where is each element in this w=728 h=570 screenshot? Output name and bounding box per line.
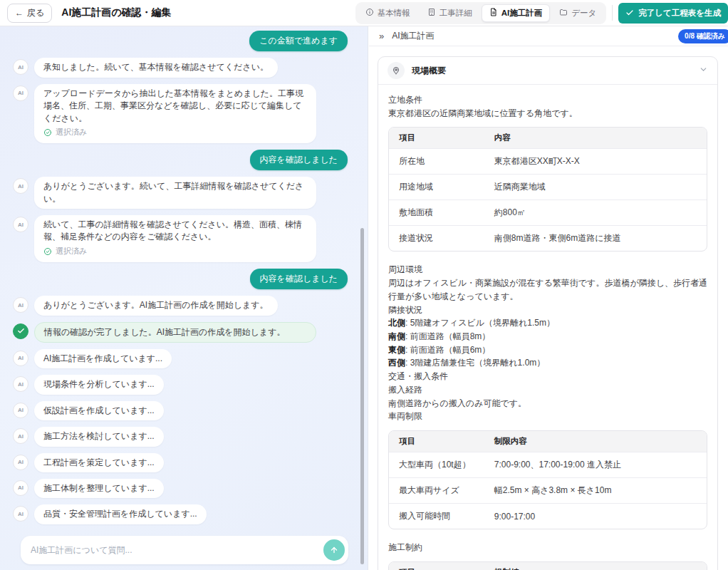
ai-avatar: AI [13, 297, 28, 313]
text-line: 交通・搬入条件 [388, 370, 707, 383]
ai-message-text: 品質・安全管理計画を作成しています... [43, 508, 197, 520]
chat-message-ai: AI 品質・安全管理計画を作成しています... [13, 504, 348, 524]
check-circle-icon [43, 247, 52, 256]
back-button-label: 戻る [27, 7, 44, 19]
ai-avatar: AI [13, 86, 28, 101]
text-line: 東京都港区の近隣商業地域に位置する角地です。 [388, 107, 707, 120]
data-table: 項目内容 所在地東京都港区XX町X-X-X用途地域近隣商業地域敷地面積約800㎡… [388, 127, 707, 252]
map-pin-icon [388, 62, 405, 79]
ai-avatar: AI [13, 506, 28, 522]
text-line: 隣接状況 [388, 304, 707, 317]
step-tab-2[interactable]: 工事詳細 [420, 4, 480, 22]
ai-message-text: アップロードデータから抽出した基本情報をまとめました。工事現場名、住所、工期、事… [43, 88, 307, 125]
table-row: 所在地東京都港区XX町X-X-X [389, 148, 707, 174]
chat-message-ai: AI ありがとうございます。続いて、工事詳細情報を確認させてください。 [13, 177, 348, 209]
user-message-bubble: この金額で進めます [249, 31, 348, 51]
back-button[interactable]: ← 戻る [7, 4, 52, 23]
check-icon [625, 9, 634, 17]
ai-message-bubble: ありがとうございます。AI施工計画の作成を開始します。 [34, 296, 278, 315]
table-row: 用途地域近隣商業地域 [389, 174, 707, 200]
ai-message-bubble: 施工方法を検討しています... [34, 427, 164, 446]
text-line: 搬入経路 [388, 383, 707, 397]
text-block: 立地条件東京都港区の近隣商業地域に位置する角地です。 [388, 93, 707, 120]
ai-message-bubble: AI施工計画を作成しています... [34, 349, 172, 368]
step-tab-4[interactable]: データ [551, 4, 604, 22]
step-tab-3[interactable]: AI施工計画 [482, 4, 551, 22]
page-title: AI施工計画の確認・編集 [61, 6, 171, 19]
chat-input-bar [21, 536, 348, 564]
selected-status: 選択済み [43, 246, 307, 257]
chat-message-ai: AI 承知しました。続いて、基本情報を確認させてください。 [13, 58, 348, 77]
step-tab-label: 工事詳細 [440, 8, 472, 19]
ai-message-text: 施工体制を整理しています... [43, 482, 155, 494]
table-row: 搬入可能時間9:00-17:00 [389, 503, 707, 529]
preview-panel: » AI施工計画 0/8 確認済み 現場概要 立地条件東京都港区の近隣商業地域に… [369, 26, 728, 570]
ai-avatar: AI [13, 480, 28, 496]
ai-avatar: AI [13, 376, 28, 392]
complete-generate-button[interactable]: 完了して工程表を生成 [618, 3, 728, 24]
ai-message-text: 承知しました。続いて、基本情報を確認させてください。 [43, 61, 269, 73]
arrow-up-icon [329, 545, 339, 555]
chat-message-user: この金額で進めます [13, 31, 348, 51]
ai-avatar: AI [13, 428, 28, 444]
table-row: 敷地面積約800㎡ [389, 200, 707, 225]
success-check-icon [13, 323, 28, 339]
preview-header: » AI施工計画 0/8 確認済み [369, 26, 728, 46]
check-circle-icon [43, 128, 52, 137]
back-arrow-icon: ← [15, 9, 24, 17]
chat-panel: この金額で進めます AI 承知しました。続いて、基本情報を確認させてください。 … [0, 26, 368, 570]
text-line: 南側道路からの搬入のみ可能です。 [388, 397, 707, 410]
table-header-row: 項目内容 [389, 128, 707, 148]
text-block: 周辺環境周辺はオフィスビル・商業施設が混在する繁華街です。歩道橋が隣接し、歩行者… [388, 263, 707, 423]
ai-message-text: 現場条件を分析しています... [43, 378, 155, 390]
site-overview-card: 現場概要 立地条件東京都港区の近隣商業地域に位置する角地です。 項目内容 所在地… [378, 56, 718, 570]
card-title: 現場概要 [412, 65, 692, 77]
step-tab-label: 基本情報 [378, 8, 410, 19]
ai-message-bubble: 仮設計画を作成しています... [34, 401, 164, 420]
step-tab-label: AI施工計画 [501, 8, 543, 19]
selected-status-label: 選択済み [56, 127, 87, 138]
header-divider [612, 5, 613, 21]
document-icon [489, 8, 498, 18]
ai-message-bubble: アップロードデータから抽出した基本情報をまとめました。工事現場名、住所、工期、事… [34, 84, 316, 143]
complete-generate-label: 完了して工程表を生成 [638, 8, 721, 19]
chat-message-ai: AI 施工方法を検討しています... [13, 427, 348, 446]
app-window: ← 戻る AI施工計画の確認・編集 基本情報 工事詳細 AI施工計画 データ 完… [0, 0, 728, 570]
ai-message-text: 工程計画を策定しています... [43, 457, 155, 469]
ai-message-text: 仮設計画を作成しています... [43, 405, 155, 417]
send-button[interactable] [323, 539, 345, 561]
text-line: 東側: 前面道路（幅員6m） [388, 343, 707, 357]
chat-message-ai: AI 仮設計画を作成しています... [13, 401, 348, 420]
text-line: 北側: 5階建オフィスビル（境界離れ1.5m） [388, 316, 707, 330]
table-header-row: 項目制限内容 [389, 431, 707, 452]
text-line: 立地条件 [388, 93, 707, 107]
step-tab-1[interactable]: 基本情報 [358, 4, 418, 22]
table-row: 最大車両サイズ幅2.5m × 高さ3.8m × 長さ10m [389, 477, 707, 503]
table-header-row: 項目規制値 [389, 562, 707, 570]
selected-status-label: 選択済み [56, 246, 87, 257]
chat-message-ai: AI ありがとうございます。AI施工計画の作成を開始します。 [13, 296, 348, 315]
step-tab-label: データ [571, 8, 596, 19]
ai-message-bubble: 品質・安全管理計画を作成しています... [34, 504, 207, 524]
selected-status: 選択済み [43, 127, 307, 138]
ai-message-bubble: ありがとうございます。続いて、工事詳細情報を確認させてください。 [34, 177, 316, 209]
chat-input[interactable] [31, 545, 323, 555]
chevron-down-icon[interactable] [699, 64, 708, 77]
text-line: 車両制限 [388, 410, 707, 423]
building-icon [427, 8, 436, 18]
chat-message-success: 情報の確認が完了しました。AI施工計画の作成を開始します。 [13, 322, 348, 343]
user-message-bubble: 内容を確認しました [250, 150, 348, 170]
chat-scrollbar[interactable] [360, 228, 364, 564]
ai-avatar: AI [13, 217, 28, 232]
table-row: 大型車両（10t超）7:00-9:00、17:00-19:00 進入禁止 [389, 452, 707, 477]
card-content: 立地条件東京都港区の近隣商業地域に位置する角地です。 項目内容 所在地東京都港区… [378, 85, 717, 570]
success-message-bubble: 情報の確認が完了しました。AI施工計画の作成を開始します。 [34, 322, 316, 343]
chat-message-user: 内容を確認しました [13, 269, 348, 289]
ai-message-bubble: 現場条件を分析しています... [34, 375, 164, 394]
data-table: 項目制限内容 大型車両（10t超）7:00-9:00、17:00-19:00 進… [388, 430, 707, 529]
chat-message-ai: AI 施工体制を整理しています... [13, 479, 348, 498]
ai-message-text: AI施工計画を作成しています... [43, 353, 162, 365]
site-overview-card-header[interactable]: 現場概要 [378, 57, 717, 85]
chevrons-right-icon[interactable]: » [379, 31, 384, 41]
ai-avatar: AI [13, 59, 28, 75]
